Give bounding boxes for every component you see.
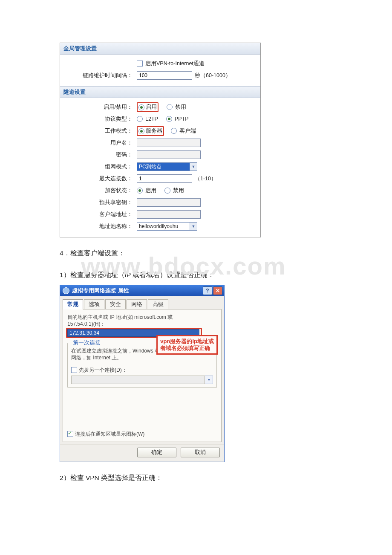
host-desc: 目的地的主机名或 IP 地址(如 microsoft.com 或 157.54.… bbox=[67, 314, 217, 327]
vpn-properties-dialog: 虚拟专用网络连接 属性 ? ✕ 常规 选项 安全 网络 高级 目的地的主机名或 … bbox=[60, 285, 225, 462]
step-4-1-text: 1）检查服务器地址（IP 或者域名）设置是否正确： bbox=[60, 269, 332, 281]
cancel-button[interactable]: 取消 bbox=[181, 448, 220, 457]
annotation-callout: vpn服务器的ip地址或 者域名必须填写正确 bbox=[156, 335, 218, 355]
mode-radio-server[interactable] bbox=[138, 128, 144, 134]
enc-radio-on[interactable] bbox=[137, 188, 143, 194]
proto-radio-pptp-label: PPTP bbox=[175, 116, 189, 122]
tab-panel-general: 目的地的主机名或 IP 地址(如 microsoft.com 或 157.54.… bbox=[63, 309, 222, 442]
step-4-2-text: 2）检查 VPN 类型选择是否正确： bbox=[60, 471, 332, 484]
section-tunnel-header: 隧道设置 bbox=[60, 86, 260, 98]
tab-general[interactable]: 常规 bbox=[63, 299, 83, 309]
enc-radio-off[interactable] bbox=[164, 188, 170, 194]
chevron-down-icon: ▼ bbox=[190, 163, 197, 171]
proto-radio-pptp[interactable] bbox=[166, 116, 172, 122]
dialog-titlebar: 虚拟专用网络连接 属性 ? ✕ bbox=[60, 285, 224, 296]
maxconn-label: 最大连接数： bbox=[64, 175, 137, 182]
proto-label: 协议类型： bbox=[64, 116, 137, 123]
proto-radio-l2tp[interactable] bbox=[137, 116, 143, 122]
pool-select-value: helloworldilyouhu bbox=[137, 223, 190, 230]
mode-radio-client-label: 客户端 bbox=[179, 127, 196, 135]
proto-radio-l2tp-label: L2TP bbox=[145, 116, 158, 122]
link-interval-unit: 秒（60-1000） bbox=[195, 72, 231, 79]
dial-first-select[interactable]: ▾ bbox=[71, 376, 213, 384]
tab-options[interactable]: 选项 bbox=[84, 299, 104, 309]
password-label: 密码： bbox=[64, 151, 137, 159]
first-connection-legend: 第一次连接 bbox=[71, 339, 102, 347]
dialog-tabs: 常规 选项 安全 网络 高级 bbox=[60, 296, 224, 309]
password-input[interactable] bbox=[137, 150, 201, 159]
router-settings-panel: 全局管理设置 启用VPN-to-Internet通道 链路维护时间间隔： 秒（6… bbox=[60, 43, 261, 237]
username-input[interactable] bbox=[137, 139, 201, 147]
vpn-to-internet-checkbox[interactable] bbox=[137, 61, 143, 66]
dialog-title: 虚拟专用网络连接 属性 bbox=[72, 287, 129, 295]
step-4-heading: 4．检查客户端设置： bbox=[60, 247, 332, 259]
close-button[interactable]: ✕ bbox=[213, 286, 222, 295]
enc-label: 加密状态： bbox=[64, 187, 137, 194]
link-interval-input[interactable] bbox=[137, 71, 192, 80]
dial-first-label: 先拨另一个连接(D)： bbox=[79, 367, 127, 373]
username-label: 用户名： bbox=[64, 139, 137, 147]
netmode-select-value: PC到站点 bbox=[137, 163, 190, 171]
chevron-down-icon: ▼ bbox=[190, 223, 197, 230]
pool-select[interactable]: helloworldilyouhu ▼ bbox=[137, 222, 197, 231]
clientaddr-label: 客户端地址： bbox=[64, 211, 137, 218]
pool-label: 地址池名称： bbox=[64, 223, 137, 230]
tab-security[interactable]: 安全 bbox=[105, 299, 126, 309]
enable-radio-off-label: 禁用 bbox=[175, 104, 186, 111]
maxconn-unit: （1-10） bbox=[195, 175, 216, 182]
link-interval-label: 链路维护时间间隔： bbox=[64, 72, 137, 79]
clientaddr-input[interactable] bbox=[137, 210, 201, 219]
chevron-down-icon: ▾ bbox=[205, 376, 213, 384]
tab-network[interactable]: 网络 bbox=[127, 299, 147, 309]
show-icon-label: 连接后在通知区域显示图标(W) bbox=[75, 431, 144, 437]
enable-radio-on-label: 启用 bbox=[146, 104, 157, 110]
mode-radio-client[interactable] bbox=[171, 128, 177, 134]
enable-radio-on[interactable] bbox=[138, 104, 144, 110]
show-icon-checkbox[interactable] bbox=[67, 431, 73, 437]
maxconn-input[interactable] bbox=[137, 174, 192, 183]
netmode-select[interactable]: PC到站点 ▼ bbox=[137, 162, 197, 171]
tab-advanced[interactable]: 高级 bbox=[148, 299, 168, 309]
help-button[interactable]: ? bbox=[203, 286, 212, 295]
enable-radio-off[interactable] bbox=[167, 104, 173, 110]
ok-button[interactable]: 确定 bbox=[137, 448, 176, 457]
enc-radio-on-label: 启用 bbox=[145, 187, 156, 194]
psk-label: 预共享密钥： bbox=[64, 199, 137, 206]
enable-label: 启用/禁用： bbox=[64, 104, 137, 111]
netmode-label: 组网模式： bbox=[64, 163, 137, 171]
mode-radio-server-label: 服务器 bbox=[146, 128, 162, 134]
psk-input[interactable] bbox=[137, 198, 201, 207]
section-global-header: 全局管理设置 bbox=[60, 43, 260, 55]
dial-first-checkbox[interactable] bbox=[71, 367, 77, 373]
mode-label: 工作模式： bbox=[64, 127, 137, 135]
vpn-icon bbox=[63, 287, 69, 294]
vpn-to-internet-label: 启用VPN-to-Internet通道 bbox=[145, 60, 205, 67]
dialog-buttons: 确定 取消 bbox=[60, 445, 224, 462]
enc-radio-off-label: 禁用 bbox=[173, 187, 184, 194]
